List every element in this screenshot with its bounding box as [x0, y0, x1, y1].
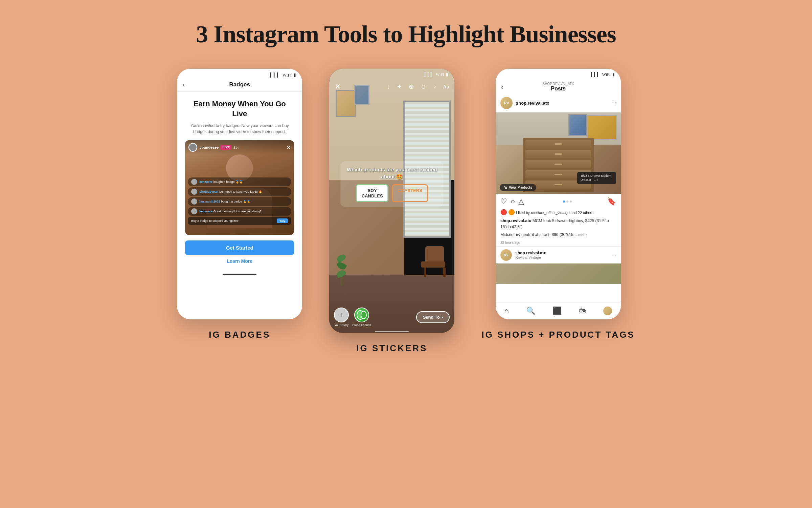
stickers-bottom: + Your Story Close Friends [329, 304, 454, 333]
your-story-circle[interactable]: + Your Story [334, 308, 349, 327]
chair-leg-2 [443, 268, 446, 277]
painting-left [336, 90, 356, 117]
plant [333, 255, 350, 285]
drawer-handle-2 [555, 153, 562, 155]
product-tag-arrow-icon: › [597, 178, 599, 182]
stickers-signal-icon: ▎▎▎ [425, 72, 434, 77]
caption-username[interactable]: shop.revival.atx [500, 218, 531, 223]
get-started-button[interactable]: Get Started [185, 240, 294, 255]
dot-2 [566, 200, 568, 203]
learn-more-link[interactable]: Learn More [185, 258, 294, 264]
back-arrow-icon[interactable]: ‹ [182, 81, 185, 89]
comment-avatar-4 [191, 208, 197, 214]
chair [421, 246, 448, 280]
live-preview: youngezee LIVE 314 ✕ kenzoere bought a b… [185, 140, 294, 235]
shops-post-avatar: RV [500, 97, 513, 109]
comment-4: kenzoere Good morning! How are you doing… [188, 207, 291, 216]
shops-back-icon[interactable]: ‹ [501, 83, 503, 91]
chair-back [425, 246, 444, 261]
shops-likes: 🔴 🟠 Liked by ronstadt_effect_vintage and… [496, 208, 621, 216]
shops-nav-bar: ⌂ 🔍 ⬛ 🛍 [496, 302, 621, 319]
close-friends-label: Close Friends [352, 323, 371, 327]
badges-title: Badges [229, 81, 250, 88]
phone-section-stickers: ▎▎▎ WiFi ▮ ✕ ↓ ✦ ⊕ ☺ ♪ Aa Which products… [329, 69, 454, 354]
shops-second-avatar: RV [500, 249, 512, 261]
timestamp-text: 23 hours ago [500, 241, 520, 245]
image-dots [563, 200, 572, 203]
stickers-wifi-icon: WiFi [436, 72, 444, 77]
drawer-2 [525, 150, 591, 158]
home-indicator-stickers [375, 331, 409, 332]
send-to-arrow-icon: › [442, 315, 443, 320]
drawer-handle-4 [555, 174, 562, 175]
shops-more-dots-icon[interactable]: ··· [612, 100, 616, 107]
shops-second-user-info: shop.revival.atx Revival Vintage [515, 251, 546, 259]
send-to-label: Send To [423, 315, 440, 320]
signal-icon: ▎▎▎ [270, 72, 280, 78]
shopping-bag-icon: 🛍 [504, 186, 507, 189]
stickers-close-icon[interactable]: ✕ [335, 82, 341, 91]
label-badges: IG BADGES [209, 330, 270, 340]
comment-avatar-2 [191, 189, 197, 195]
bag-nav-icon[interactable]: 🛍 [579, 306, 586, 315]
sticker-tools-group: ↓ ✦ ⊕ ☺ ♪ Aa [387, 83, 449, 90]
phones-container: ▎▎▎ WiFi ▮ ‹ Badges Earn Money When You … [0, 69, 812, 354]
shops-post-username[interactable]: shop.revival.atx [516, 101, 549, 106]
sparkle-icon[interactable]: ✦ [397, 83, 402, 90]
badges-header: ‹ Badges [177, 79, 302, 92]
poll-sticker[interactable]: Which products are you most excited abou… [341, 161, 443, 207]
comment-2: photosbyean So happy to catch you LIVE! … [188, 187, 291, 196]
search-nav-icon[interactable]: 🔍 [526, 306, 535, 315]
badges-headline: Earn Money When You Go Live [185, 99, 294, 119]
heart-icon[interactable]: ♡ [500, 197, 507, 206]
comment-1: kenzoere bought a badge 🏅🏅 [188, 177, 291, 186]
badges-description: You're invited to try badges. Now your v… [185, 123, 294, 135]
badges-content: Earn Money When You Go Live You're invit… [177, 92, 302, 269]
music-icon[interactable]: ♪ [433, 84, 436, 90]
buy-badge-text: Buy a badge to support youngezee [191, 219, 239, 223]
shops-signal-icon: ▎▎▎ [591, 72, 600, 77]
poll-option-soy[interactable]: SOY CANDLES [356, 184, 389, 202]
close-friends-circle[interactable]: Close Friends [352, 308, 371, 327]
close-icon[interactable]: ✕ [286, 144, 291, 151]
view-products-label: View Products [509, 186, 532, 189]
story-circles: + Your Story Close Friends [334, 308, 371, 327]
drawer-1 [525, 140, 591, 148]
friend-avatar-2 [361, 311, 367, 319]
bookmark-icon[interactable]: 🔖 [607, 197, 616, 206]
text-icon[interactable]: Aa [443, 84, 449, 90]
more-link[interactable]: more [578, 233, 587, 237]
home-nav-icon[interactable]: ⌂ [504, 306, 509, 315]
dot-3 [570, 200, 572, 203]
view-products-button[interactable]: 🛍 View Products [500, 184, 536, 191]
send-to-button[interactable]: Send To › [416, 311, 450, 323]
share-icon[interactable]: △ [518, 197, 524, 206]
phone-frame-badges: ▎▎▎ WiFi ▮ ‹ Badges Earn Money When You … [177, 69, 302, 319]
link-icon[interactable]: ⊕ [409, 83, 414, 90]
drawer-3 [525, 160, 591, 168]
shops-second-more-icon[interactable]: ··· [612, 252, 616, 259]
poll-option-coasters[interactable]: COASTERS [392, 184, 428, 202]
poll-option-soy-line2: CANDLES [362, 193, 383, 199]
shops-caption-2: Midcentury neutral abstract, $89 (30"x15… [496, 231, 621, 238]
profile-nav-avatar[interactable] [603, 306, 612, 315]
live-username: youngezee [199, 145, 219, 149]
shops-header-text: SHOP.REVIVAL.ATX Posts [543, 82, 574, 92]
buy-button[interactable]: Buy [277, 218, 288, 223]
poll-option-soy-line1: SOY [362, 188, 383, 193]
shops-second-username[interactable]: shop.revival.atx [515, 251, 546, 255]
comment-icon[interactable]: ○ [511, 197, 515, 206]
like-emoji-2: 🟠 [508, 209, 515, 215]
chair-legs [421, 268, 448, 277]
shops-post-header: RV shop.revival.atx ··· [496, 93, 621, 112]
shops-actions-row: ♡ ○ △ 🔖 [496, 194, 621, 208]
live-top-bar: youngezee LIVE 314 ✕ [185, 140, 294, 154]
poll-options: SOY CANDLES COASTERS [345, 184, 438, 202]
product-tag[interactable]: Teak 5 Drawer Modern Dresser - ... › [577, 172, 616, 184]
product-tag-text: Teak 5 Drawer Modern Dresser - ... [581, 174, 611, 182]
download-icon[interactable]: ↓ [387, 83, 390, 90]
sticker-icon[interactable]: ☺ [421, 83, 427, 90]
shop-nav-icon[interactable]: ⬛ [552, 306, 562, 315]
stickers-battery-icon: ▮ [446, 72, 448, 77]
close-friends-avatar [354, 308, 369, 322]
